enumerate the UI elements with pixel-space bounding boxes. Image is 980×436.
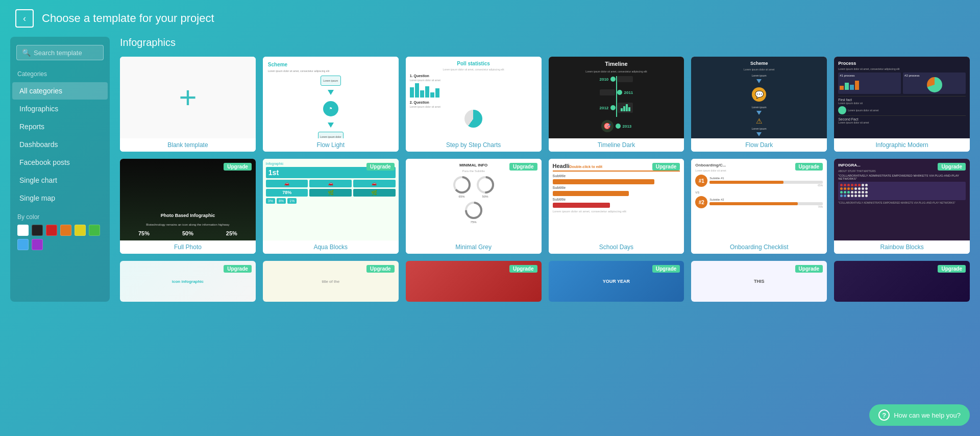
template-infographic-modern-label: Infographic Modern	[834, 138, 970, 152]
templates-row1: + Blank template Scheme Lorem ipsum dolo…	[120, 57, 970, 152]
template-minimal-grey-preview: MINIMAL INFO Para the Subtitle 65% 50%	[406, 159, 542, 240]
search-input[interactable]	[34, 49, 98, 57]
upgrade-badge-onboarding: Upgrade	[795, 163, 823, 171]
help-label: How can we help you?	[894, 411, 961, 419]
template-aqua-blocks-label: Aqua Blocks	[263, 240, 399, 254]
template-this[interactable]: Upgrade THIS	[691, 261, 827, 302]
upgrade-badge-title: Upgrade	[366, 265, 395, 273]
template-your-year[interactable]: Upgrade YOUR YEAR	[549, 261, 684, 302]
template-blank-preview: +	[120, 57, 256, 138]
template-poll-stats-preview: Poll statistics Lorem ipsum dolor sit am…	[406, 57, 542, 138]
template-flow-dark[interactable]: Scheme Lorem ipsum dolor sit amet Lorem …	[691, 57, 827, 152]
sidebar-item-single-chart[interactable]: Single chart	[12, 172, 108, 189]
template-blank-label: Blank template	[120, 138, 256, 152]
categories-label: Categories	[10, 68, 110, 82]
template-onboarding-label: Onboarding Checklist	[691, 240, 827, 254]
template-icon-infographic[interactable]: Upgrade icon infographic	[120, 261, 256, 302]
upgrade-badge-this: Upgrade	[795, 265, 823, 273]
swatch-blue[interactable]	[17, 239, 29, 250]
sidebar-item-all[interactable]: All categories	[12, 82, 108, 100]
template-full-photo[interactable]: Upgrade Photo Based Infographic Biotechn…	[120, 159, 256, 254]
template-timeline-dark[interactable]: Timeline Lorem ipsum dolor sit amet, con…	[549, 57, 684, 152]
search-icon: 🔍	[22, 49, 31, 57]
template-school-days[interactable]: Upgrade HeadliDouble-click to edit Subti…	[549, 159, 684, 254]
swatch-purple[interactable]	[32, 239, 43, 250]
template-onboarding-preview: Onboarding/C... Lorem ipsum dolor sit am…	[691, 159, 827, 240]
template-full-photo-preview: Photo Based Infographic Biotechnology re…	[120, 159, 256, 240]
template-infographic-modern[interactable]: Process Lorem ipsum dolor sit amet, cons…	[834, 57, 970, 152]
swatch-orange[interactable]	[60, 225, 71, 236]
upgrade-badge-rainbow: Upgrade	[938, 163, 966, 171]
back-button[interactable]: ‹	[15, 9, 34, 28]
upgrade-badge-row3-6: Upgrade	[938, 265, 966, 273]
plus-icon: +	[179, 82, 197, 113]
template-flow-light-preview: Scheme Lorem ipsum dolor sit amet, conse…	[263, 57, 399, 138]
template-blank[interactable]: + Blank template	[120, 57, 256, 152]
sidebar-item-reports[interactable]: Reports	[12, 118, 108, 135]
template-timeline-dark-label: Timeline Dark	[549, 138, 684, 152]
swatch-red[interactable]	[46, 225, 57, 236]
upgrade-badge-aqua: Upgrade	[366, 163, 395, 171]
template-flow-dark-preview: Scheme Lorem ipsum dolor sit amet Lorem …	[691, 57, 827, 138]
template-flow-light[interactable]: Scheme Lorem ipsum dolor sit amet, conse…	[263, 57, 399, 152]
sidebar-item-dashboards[interactable]: Dashboards	[12, 136, 108, 153]
template-minimal-grey-label: Minimal Grey	[406, 240, 542, 254]
template-school-days-preview: HeadliDouble-click to edit Subtitle Subt…	[549, 159, 684, 240]
template-minimal-grey[interactable]: Upgrade MINIMAL INFO Para the Subtitle 6…	[406, 159, 542, 254]
template-aqua-blocks-preview: Infographic 1st 🚗 🚗 🚗 78% 🌿 🌿	[263, 159, 399, 240]
timeline-title: Timeline	[553, 61, 680, 67]
header: ‹ Choose a template for your project	[0, 0, 980, 37]
upgrade-badge-icon: Upgrade	[224, 265, 252, 273]
page-title: Choose a template for your project	[42, 12, 214, 25]
upgrade-badge-your-year: Upgrade	[652, 265, 680, 273]
main-layout: 🔍 Categories All categories Infographics…	[0, 37, 980, 312]
template-timeline-dark-preview: Timeline Lorem ipsum dolor sit amet, con…	[549, 57, 684, 138]
swatch-black[interactable]	[32, 225, 43, 236]
template-row3-6[interactable]: Upgrade	[834, 261, 970, 302]
template-poll-stats[interactable]: Poll statistics Lorem ipsum dolor sit am…	[406, 57, 542, 152]
sidebar-item-single-map[interactable]: Single map	[12, 189, 108, 207]
template-flow-light-label: Flow Light	[263, 138, 399, 152]
content: Infographics + Blank template Scheme Lor…	[120, 37, 970, 302]
section-title: Infographics	[120, 37, 970, 49]
template-title-of[interactable]: Upgrade title of the	[263, 261, 399, 302]
template-flow-dark-label: Flow Dark	[691, 138, 827, 152]
upgrade-badge-school: Upgrade	[652, 163, 680, 171]
template-rainbow-blocks[interactable]: Upgrade INFOGRA... ABOUT STUFF THAT MATT…	[834, 159, 970, 254]
swatch-white[interactable]	[17, 225, 29, 236]
search-box[interactable]: 🔍	[16, 45, 104, 60]
sidebar-item-infographics[interactable]: Infographics	[12, 100, 108, 117]
color-label: By color	[10, 207, 110, 225]
template-poll-stats-label: Step by Step Charts	[406, 138, 542, 152]
sidebar: 🔍 Categories All categories Infographics…	[10, 37, 110, 302]
template-infographic-modern-preview: Process Lorem ipsum dolor sit amet, cons…	[834, 57, 970, 138]
templates-row2: Upgrade Photo Based Infographic Biotechn…	[120, 159, 970, 254]
template-rainbow-blocks-preview: INFOGRA... ABOUT STUFF THAT MATTERS "COL…	[834, 159, 970, 240]
upgrade-badge-row3-3: Upgrade	[509, 265, 537, 273]
help-icon: ?	[878, 409, 890, 421]
sidebar-item-facebook[interactable]: Facebook posts	[12, 154, 108, 171]
template-rainbow-blocks-label: Rainbow Blocks	[834, 240, 970, 254]
template-school-days-label: School Days	[549, 240, 684, 254]
template-onboarding[interactable]: Upgrade Onboarding/C... Lorem ipsum dolo…	[691, 159, 827, 254]
template-row3-3[interactable]: Upgrade	[406, 261, 542, 302]
color-swatches	[10, 225, 110, 250]
swatch-yellow[interactable]	[75, 225, 86, 236]
upgrade-badge-minimal: Upgrade	[509, 163, 537, 171]
template-aqua-blocks[interactable]: Upgrade Infographic 1st 🚗 🚗 🚗 78% 🌿	[263, 159, 399, 254]
upgrade-badge-full-photo: Upgrade	[224, 163, 252, 171]
swatch-green[interactable]	[89, 225, 100, 236]
template-full-photo-label: Full Photo	[120, 240, 256, 254]
help-button[interactable]: ? How can we help you?	[869, 404, 970, 426]
templates-row3: Upgrade icon infographic Upgrade title o…	[120, 261, 970, 302]
